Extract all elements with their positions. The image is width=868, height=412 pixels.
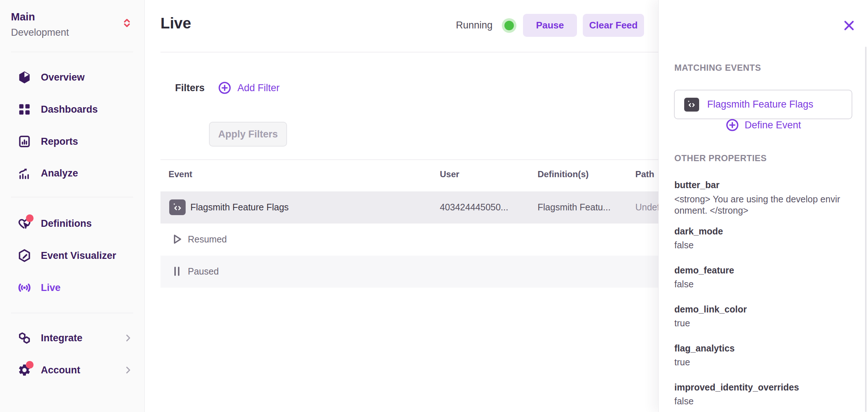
- workspace-name: Main: [11, 11, 35, 23]
- pause-icon: [171, 265, 183, 277]
- property-value: false: [674, 396, 841, 407]
- property-name: demo_feature: [674, 265, 734, 276]
- matching-event-name: Flagsmith Feature Flags: [707, 99, 813, 110]
- chevron-right-icon: [123, 333, 133, 343]
- filters-label: Filters: [175, 82, 205, 94]
- custom-event-icon: [169, 199, 186, 215]
- plus-circle-icon: [725, 118, 739, 132]
- column-header-event: Event: [168, 169, 192, 179]
- account-gear-icon: [18, 363, 31, 377]
- sidebar-item-reports[interactable]: Reports: [0, 131, 145, 152]
- other-properties-title: OTHER PROPERTIES: [674, 153, 767, 163]
- pause-button[interactable]: Pause: [523, 14, 577, 37]
- event-name-cell: Resumed: [188, 234, 227, 245]
- definitions-cell: Flagsmith Featu...: [538, 202, 611, 213]
- apply-filters-button[interactable]: Apply Filters: [209, 122, 287, 147]
- column-header-path: Path: [635, 169, 654, 179]
- add-filter-button[interactable]: Add Filter: [218, 81, 280, 95]
- sidebar-item-account[interactable]: Account: [0, 360, 145, 380]
- plus-circle-icon: [218, 81, 232, 95]
- matching-events-title: MATCHING EVENTS: [674, 63, 761, 73]
- sidebar-item-event-visualizer[interactable]: Event Visualizer: [0, 245, 145, 266]
- overview-icon: [18, 70, 31, 84]
- chevron-right-icon: [123, 365, 133, 375]
- sidebar-item-integrate[interactable]: Integrate: [0, 328, 145, 348]
- analyze-icon: [18, 166, 31, 180]
- event-visualizer-icon: [18, 249, 31, 263]
- property-name: improved_identity_overrides: [674, 382, 799, 393]
- play-icon: [171, 233, 183, 245]
- property-value: true: [674, 357, 841, 368]
- sidebar-item-dashboards[interactable]: Dashboards: [0, 99, 145, 120]
- table-row-paused[interactable]: Paused: [160, 256, 664, 288]
- property-value: true: [674, 318, 841, 329]
- integrate-icon: [18, 331, 31, 345]
- sidebar-item-analyze[interactable]: Analyze: [0, 163, 145, 183]
- property-name: demo_link_color: [674, 304, 747, 315]
- user-cell: 403424445050...: [440, 202, 508, 213]
- workspace-environment: Development: [11, 27, 69, 38]
- dashboards-icon: [18, 102, 31, 116]
- running-status-dot: [504, 21, 514, 30]
- sidebar-divider: [11, 197, 133, 197]
- event-details-panel: MATCHING EVENTS Flagsmith Feature Flags …: [658, 0, 868, 412]
- close-icon[interactable]: [843, 19, 855, 32]
- reports-icon: [18, 135, 31, 148]
- event-name-cell: Paused: [188, 266, 219, 277]
- definitions-notification-dot: [26, 214, 34, 222]
- event-name-cell: Flagsmith Feature Flags: [190, 202, 289, 213]
- property-value: false: [674, 279, 841, 290]
- sidebar-divider: [11, 313, 133, 313]
- property-name: flag_analytics: [674, 343, 735, 354]
- column-header-definitions: Definition(s): [538, 169, 589, 179]
- property-name: butter_bar: [674, 180, 720, 190]
- status-text: Running: [456, 20, 493, 31]
- page-title: Live: [160, 15, 191, 32]
- filters-divider: [160, 159, 658, 160]
- clear-feed-button[interactable]: Clear Feed: [583, 14, 644, 37]
- workspace-switcher-icon[interactable]: [121, 18, 132, 32]
- definitions-icon: [18, 217, 31, 230]
- sidebar-divider: [11, 52, 133, 52]
- property-value: <strong> You are using the develop envir…: [674, 194, 841, 216]
- sidebar: Main Development Overview Dashboards Rep…: [0, 0, 145, 412]
- header-divider: [160, 52, 658, 53]
- matching-event-card[interactable]: Flagsmith Feature Flags: [674, 90, 852, 119]
- define-event-button[interactable]: Define Event: [674, 116, 852, 134]
- sidebar-item-definitions[interactable]: Definitions: [0, 213, 145, 234]
- table-row-resumed[interactable]: Resumed: [160, 224, 664, 256]
- custom-event-icon: [684, 98, 699, 112]
- account-notification-dot: [26, 361, 34, 369]
- column-header-user: User: [440, 169, 459, 179]
- sidebar-item-overview[interactable]: Overview: [0, 67, 145, 88]
- live-icon: [18, 281, 31, 295]
- sidebar-item-live[interactable]: Live: [0, 277, 145, 298]
- property-name: dark_mode: [674, 226, 723, 237]
- panel-scrollbar[interactable]: [865, 47, 867, 412]
- table-row-flagsmith-event[interactable]: Flagsmith Feature Flags 403424445050... …: [160, 191, 664, 224]
- property-value: false: [674, 240, 841, 251]
